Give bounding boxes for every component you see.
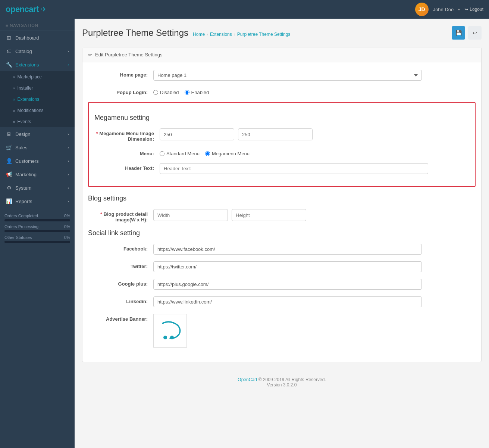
- sidebar-item-modifications[interactable]: » Modifications: [0, 105, 75, 116]
- marketing-icon: 📢: [6, 171, 12, 177]
- catalog-icon: 🏷: [6, 48, 12, 54]
- avatar: JD: [415, 3, 429, 16]
- megamenu-menu-input[interactable]: [205, 151, 210, 156]
- header-text-label: Header Text:: [94, 163, 154, 171]
- nav-label: ≡ NAVIGATION: [0, 19, 75, 31]
- footer-brand-link[interactable]: OpenCart: [238, 377, 257, 382]
- sidebar-item-system[interactable]: ⚙ System ›: [0, 181, 75, 195]
- sub-item-label: Installer: [18, 85, 33, 91]
- sidebar-item-label: Sales: [15, 145, 28, 150]
- svg-point-1: [170, 336, 174, 339]
- bullet-icon: »: [13, 97, 15, 102]
- edit-icon: ✏: [88, 52, 92, 57]
- bullet-icon: »: [13, 120, 15, 124]
- menu-type-radios: Standard Menu Megamenu Menu: [160, 149, 250, 156]
- sidebar-item-customers[interactable]: 👤 Customers ›: [0, 154, 75, 168]
- popup-login-radios: Disabled Enabled: [153, 87, 209, 95]
- facebook-input[interactable]: [153, 244, 422, 255]
- save-button[interactable]: 💾: [452, 26, 465, 40]
- orders-completed-percent: 0%: [64, 214, 70, 218]
- popup-disabled-radio[interactable]: Disabled: [153, 90, 179, 95]
- card-title: Edit Purpletree Theme Settings: [95, 52, 162, 57]
- sidebar-item-extensions[interactable]: 🔧 Extensions ›: [0, 58, 75, 71]
- sidebar-item-label: System: [15, 185, 31, 191]
- blog-width-input[interactable]: [153, 209, 228, 221]
- standard-menu-radio[interactable]: Standard Menu: [160, 151, 200, 156]
- orders-other-item: Other Statuses 0%: [4, 235, 70, 243]
- standard-menu-input[interactable]: [160, 151, 164, 156]
- dim-width-input[interactable]: [160, 128, 234, 140]
- reports-icon: 📊: [6, 198, 12, 204]
- user-area: JD John Doe ▾ ↪ Logout: [415, 3, 483, 16]
- extensions-icon: 🔧: [6, 62, 12, 68]
- sidebar-item-label: Customers: [15, 158, 39, 164]
- chevron-right-icon: ›: [68, 186, 69, 190]
- extensions-submenu: » Marketplace » Installer » Extensions »…: [0, 71, 75, 127]
- sub-item-label: Marketplace: [18, 74, 42, 80]
- chevron-right-icon: ›: [68, 132, 69, 136]
- sidebar-item-catalog[interactable]: 🏷 Catalog ›: [0, 44, 75, 58]
- customers-icon: 👤: [6, 158, 12, 164]
- header-text-group: Header Text:: [94, 163, 469, 174]
- sidebar-item-reports[interactable]: 📊 Reports ›: [0, 195, 75, 208]
- logo-icon: ✈: [41, 5, 47, 13]
- linkedin-label: Linkedin:: [88, 296, 148, 304]
- user-name: John Doe: [433, 7, 454, 12]
- footer-version: Version 3.0.2.0: [90, 382, 474, 388]
- megamenu-menu-radio[interactable]: Megamenu Menu: [205, 151, 250, 156]
- popup-enabled-input[interactable]: [185, 90, 189, 95]
- blog-dim-inputs: [153, 209, 306, 221]
- twitter-input[interactable]: [153, 261, 422, 272]
- logout-button[interactable]: ↪ Logout: [464, 7, 483, 12]
- advertise-label: Advertise Banner:: [88, 314, 148, 322]
- popup-enabled-radio[interactable]: Enabled: [185, 90, 209, 95]
- blog-title: Blog settings: [88, 195, 476, 202]
- linkedin-input[interactable]: [153, 296, 422, 307]
- opencart-logo-svg: [157, 320, 183, 342]
- header-text-input[interactable]: [160, 163, 428, 174]
- card-body: Home page: Home page 1 Popup Login: Disa…: [82, 62, 481, 362]
- image-dimension-group: * Megamenu Menu Image Dimension:: [94, 128, 469, 142]
- sidebar-item-label: Dashboard: [15, 35, 39, 41]
- orders-completed-label: Orders Completed: [4, 214, 38, 218]
- popup-login-group: Popup Login: Disabled Enabled: [88, 87, 476, 95]
- breadcrumb-current[interactable]: Purpletree Theme Settings: [237, 32, 291, 37]
- sales-icon: 🛒: [6, 144, 12, 150]
- sidebar-item-label: Design: [15, 131, 30, 137]
- required-star: *: [96, 131, 98, 136]
- breadcrumb-extensions[interactable]: Extensions: [210, 32, 232, 37]
- menu-type-group: Menu: Standard Menu Megamenu Menu: [94, 149, 469, 156]
- bullet-icon: »: [13, 109, 15, 113]
- top-header: opencart ✈ JD John Doe ▾ ↪ Logout: [0, 0, 489, 19]
- blog-height-input[interactable]: [232, 209, 306, 221]
- dashboard-icon: ⊞: [6, 35, 12, 41]
- sidebar-item-dashboard[interactable]: ⊞ Dashboard: [0, 31, 75, 44]
- sidebar-item-marketplace[interactable]: » Marketplace: [0, 71, 75, 83]
- linkedin-group: Linkedin:: [88, 296, 476, 307]
- orders-processing-item: Orders Processing 0%: [4, 224, 70, 232]
- popup-login-label: Popup Login:: [88, 87, 148, 95]
- sidebar-item-marketing[interactable]: 📢 Marketing ›: [0, 168, 75, 181]
- googleplus-input[interactable]: [153, 279, 422, 290]
- logo-text: opencart: [6, 4, 39, 14]
- sidebar-item-design[interactable]: 🖥 Design ›: [0, 127, 75, 141]
- breadcrumb-home[interactable]: Home: [193, 32, 205, 37]
- social-title: Social link setting: [88, 229, 476, 237]
- dim-height-input[interactable]: [238, 128, 313, 140]
- sidebar-item-installer[interactable]: » Installer: [0, 83, 75, 94]
- sidebar-item-label: Extensions: [15, 62, 39, 68]
- twitter-label: Twitter:: [88, 261, 148, 269]
- back-button[interactable]: ↩: [468, 26, 482, 40]
- sidebar-item-label: Reports: [15, 199, 32, 204]
- footer-copyright: © 2009-2019 All Rights Reserved.: [258, 377, 326, 382]
- sidebar-item-extensions-sub[interactable]: » Extensions: [0, 94, 75, 105]
- bullet-icon: »: [13, 75, 15, 79]
- homepage-label: Home page:: [88, 70, 148, 78]
- facebook-group: Facebook:: [88, 244, 476, 255]
- sidebar-item-sales[interactable]: 🛒 Sales ›: [0, 141, 75, 154]
- homepage-select[interactable]: Home page 1: [153, 70, 422, 81]
- popup-disabled-input[interactable]: [153, 90, 158, 95]
- orders-other-percent: 0%: [64, 235, 70, 240]
- page-title: Purpletree Theme Settings: [82, 28, 188, 38]
- sidebar-item-events[interactable]: » Events: [0, 116, 75, 127]
